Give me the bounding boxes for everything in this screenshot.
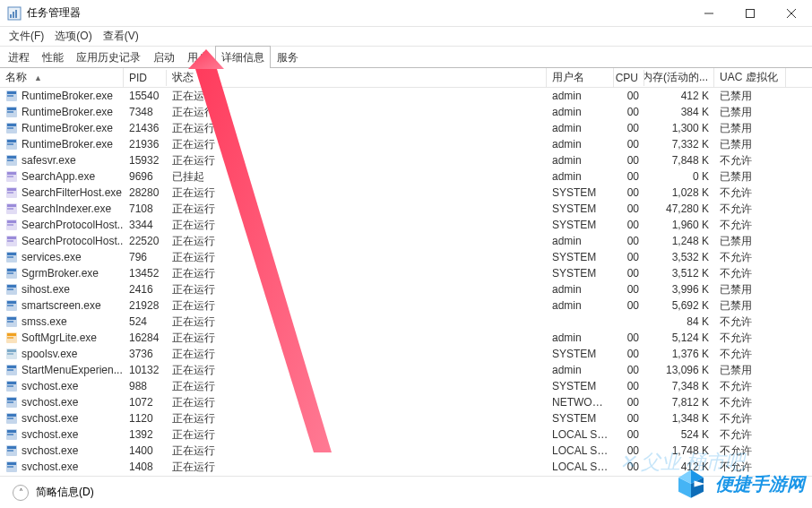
process-name: RuntimeBroker.exe xyxy=(22,122,113,134)
fewer-details-button[interactable]: 简略信息(D) xyxy=(36,485,94,500)
svg-rect-78 xyxy=(7,462,16,465)
process-icon xyxy=(5,202,18,215)
process-cpu: 00 xyxy=(614,267,644,280)
process-icon xyxy=(5,90,18,102)
svg-rect-45 xyxy=(7,285,16,288)
process-cpu: 00 xyxy=(614,90,644,102)
process-user: admin xyxy=(547,364,614,376)
table-row[interactable]: SoftMgrLite.exe16284正在运行admin005,124 K不允… xyxy=(0,330,812,346)
process-pid: 796 xyxy=(124,251,167,263)
col-user[interactable]: 用户名 xyxy=(547,68,614,87)
process-cpu: 00 xyxy=(614,299,644,312)
process-status: 正在运行 xyxy=(167,395,547,410)
table-row[interactable]: SearchIndexer.exe7108正在运行SYSTEM0047,280 … xyxy=(0,201,812,217)
table-row[interactable]: smartscreen.exe21928正在运行admin005,692 K已禁… xyxy=(0,297,812,314)
table-row[interactable]: SgrmBroker.exe13452正在运行SYSTEM003,512 K不允… xyxy=(0,265,812,281)
table-row[interactable]: RuntimeBroker.exe21436正在运行admin001,300 K… xyxy=(0,120,812,136)
process-mem: 524 K xyxy=(644,428,714,441)
process-cpu: 00 xyxy=(614,348,644,360)
process-status: 正在运行 xyxy=(167,121,547,136)
table-row[interactable]: SearchApp.exe9696已挂起admin000 K已禁用 xyxy=(0,168,812,185)
tab-0[interactable]: 进程 xyxy=(2,46,36,68)
watermark-logo-icon xyxy=(672,465,710,503)
svg-rect-10 xyxy=(7,95,13,97)
tab-3[interactable]: 启动 xyxy=(147,46,181,68)
close-button[interactable] xyxy=(771,0,812,26)
table-row[interactable]: svchost.exe1072正在运行NETWORK...007,812 K不允… xyxy=(0,394,812,410)
process-cpu: 00 xyxy=(614,428,644,441)
col-mem[interactable]: 内存(活动的... xyxy=(644,68,714,87)
process-user: SYSTEM xyxy=(547,186,614,199)
process-uac: 不允许 xyxy=(714,185,786,201)
table-row[interactable]: smss.exe524正在运行84 K不允许 xyxy=(0,314,812,330)
table-row[interactable]: safesvr.exe15932正在运行admin007,848 K不允许 xyxy=(0,152,812,168)
table-row[interactable]: svchost.exe1120正在运行SYSTEM001,348 K不允许 xyxy=(0,410,812,426)
menu-file[interactable]: 文件(F) xyxy=(4,27,49,46)
table-row[interactable]: RuntimeBroker.exe15540正在运行admin00412 K已禁… xyxy=(0,88,812,104)
process-icon xyxy=(5,380,18,392)
table-row[interactable]: RuntimeBroker.exe7348正在运行admin00384 K已禁用 xyxy=(0,104,812,120)
process-pid: 13452 xyxy=(124,267,167,280)
table-row[interactable]: SearchProtocolHost...3344正在运行SYSTEM001,9… xyxy=(0,217,812,233)
table-row[interactable]: sihost.exe2416正在运行admin003,996 K已禁用 xyxy=(0,281,812,297)
table-row[interactable]: svchost.exe988正在运行SYSTEM007,348 K不允许 xyxy=(0,378,812,394)
table-row[interactable]: RuntimeBroker.exe21936正在运行admin007,332 K… xyxy=(0,136,812,152)
process-cpu: 00 xyxy=(614,122,644,134)
process-mem: 7,848 K xyxy=(644,154,714,167)
svg-rect-40 xyxy=(7,256,13,258)
process-status: 正在运行 xyxy=(167,282,547,297)
table-row[interactable]: StartMenuExperien...10132正在运行admin0013,0… xyxy=(0,362,812,378)
process-name: smss.exe xyxy=(22,315,67,328)
process-pid: 2416 xyxy=(124,283,167,296)
process-status: 正在运行 xyxy=(167,460,547,475)
process-icon xyxy=(5,154,18,167)
process-uac: 不允许 xyxy=(714,153,786,168)
process-user: SYSTEM xyxy=(547,267,614,280)
table-row[interactable]: svchost.exe1392正在运行LOCAL SE...00524 K不允许 xyxy=(0,426,812,443)
table-row[interactable]: SearchProtocolHost...22520正在运行admin001,2… xyxy=(0,233,812,249)
svg-rect-22 xyxy=(7,159,13,161)
process-name: sihost.exe xyxy=(22,283,70,296)
table-row[interactable]: SearchFilterHost.exe28280正在运行SYSTEM001,0… xyxy=(0,185,812,201)
menu-view[interactable]: 查看(V) xyxy=(98,27,144,46)
tab-5[interactable]: 详细信息 xyxy=(215,46,271,68)
process-name: svchost.exe xyxy=(22,461,78,473)
process-user: admin xyxy=(547,154,614,167)
process-mem: 1,300 K xyxy=(644,122,714,134)
process-icon xyxy=(5,283,18,296)
tab-4[interactable]: 用户 xyxy=(181,46,215,68)
minimize-button[interactable] xyxy=(688,0,730,26)
process-pid: 1120 xyxy=(124,412,167,425)
process-status: 正在运行 xyxy=(167,266,547,281)
col-pid[interactable]: PID xyxy=(124,70,167,86)
col-uac[interactable]: UAC 虚拟化 xyxy=(714,68,786,87)
process-name: SearchFilterHost.exe xyxy=(22,186,122,199)
chevron-up-icon[interactable]: ˄ xyxy=(13,485,29,501)
table-row[interactable]: services.exe796正在运行SYSTEM003,532 K不允许 xyxy=(0,249,812,265)
table-row[interactable]: spoolsv.exe3736正在运行SYSTEM001,376 K不允许 xyxy=(0,346,812,362)
process-uac: 已禁用 xyxy=(714,169,786,185)
tab-1[interactable]: 性能 xyxy=(36,46,70,68)
process-cpu: 00 xyxy=(614,170,644,183)
process-uac: 不允许 xyxy=(714,331,786,346)
process-icon xyxy=(5,267,18,280)
process-uac: 不允许 xyxy=(714,202,786,217)
menu-options[interactable]: 选项(O) xyxy=(49,27,97,46)
col-status[interactable]: 状态 xyxy=(167,68,547,87)
process-cpu: 00 xyxy=(614,235,644,247)
process-uac: 已禁用 xyxy=(714,137,786,152)
process-uac: 已禁用 xyxy=(714,105,786,120)
process-pid: 28280 xyxy=(124,186,167,199)
process-name: SoftMgrLite.exe xyxy=(22,331,97,344)
process-icon xyxy=(5,461,18,473)
tab-6[interactable]: 服务 xyxy=(271,46,305,68)
col-cpu[interactable]: CPU xyxy=(614,70,644,86)
process-uac: 不允许 xyxy=(714,347,786,362)
process-icon xyxy=(5,138,18,151)
process-uac: 不允许 xyxy=(714,266,786,281)
process-uac: 不允许 xyxy=(714,314,786,330)
tab-2[interactable]: 应用历史记录 xyxy=(70,46,147,68)
window-title: 任务管理器 xyxy=(27,5,688,21)
maximize-button[interactable] xyxy=(730,0,771,26)
col-name[interactable]: 名称▲ xyxy=(0,68,124,87)
